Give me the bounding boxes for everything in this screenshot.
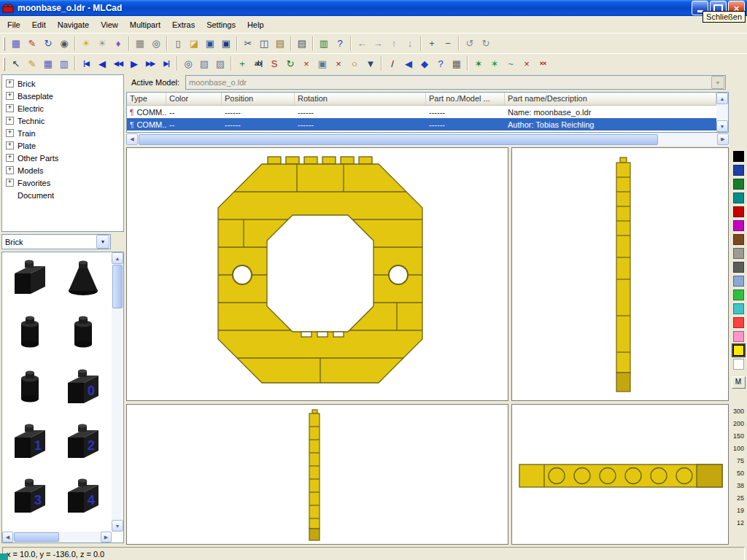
step-play-icon[interactable]: ▶ xyxy=(126,55,142,71)
column-header-color[interactable]: Color xyxy=(166,93,222,105)
zoom-level-50[interactable]: 50 xyxy=(737,470,744,482)
color-swatch-11[interactable] xyxy=(733,303,744,314)
copy-icon[interactable]: ◫ xyxy=(256,36,272,52)
category-dropdown[interactable]: Brick ▼ xyxy=(1,234,111,249)
column-header-part-no-model-[interactable]: Part no./Model ... xyxy=(426,93,505,105)
open-file-icon[interactable]: ◪ xyxy=(186,36,202,52)
draw-color-icon[interactable]: ✎ xyxy=(24,55,40,71)
menu-view[interactable]: View xyxy=(95,18,124,32)
menu-help[interactable]: Help xyxy=(241,18,270,32)
menu-edit[interactable]: Edit xyxy=(26,18,52,32)
step-forward-icon[interactable]: ▶▶ xyxy=(142,55,158,71)
rotate-ccw-icon[interactable]: ↺ xyxy=(462,36,478,52)
color-swatch-3[interactable] xyxy=(733,192,744,203)
delete-all-icon[interactable]: ×× xyxy=(535,55,551,71)
zoom-level-200[interactable]: 200 xyxy=(733,420,744,432)
viewport-top[interactable] xyxy=(511,404,729,545)
tree-expander-icon[interactable]: + xyxy=(6,166,14,174)
scroll-left-icon[interactable]: ◀ xyxy=(2,532,13,542)
step-rewind-icon[interactable]: ◀◀ xyxy=(110,55,126,71)
color-swatch-12[interactable] xyxy=(733,317,744,328)
part-thumbnail-cylinder-2[interactable] xyxy=(7,312,54,359)
insert-comment-icon[interactable]: ab| xyxy=(250,55,266,71)
table-horizontal-scrollbar[interactable]: ◀ ▶ xyxy=(126,133,729,146)
menu-extras[interactable]: Extras xyxy=(166,18,201,32)
table-vertical-scrollbar[interactable]: ▲ ▼ xyxy=(716,93,728,132)
tree-item-electric[interactable]: +Electric xyxy=(2,102,123,114)
move-down-icon[interactable]: ↓ xyxy=(402,36,418,52)
color-swatch-2[interactable] xyxy=(733,179,744,190)
part-thumbnail-brick-2[interactable]: 2 xyxy=(61,421,107,468)
zoom-level-100[interactable]: 100 xyxy=(733,445,744,457)
tree-item-favorites[interactable]: +Favorites xyxy=(2,176,123,189)
color-swatch-4[interactable] xyxy=(733,206,744,217)
column-header-part-name-description[interactable]: Part name/Description xyxy=(505,93,716,105)
tree-item-document[interactable]: Document xyxy=(2,189,123,201)
magnify-icon[interactable]: ◉ xyxy=(56,36,72,52)
color-swatch-0[interactable] xyxy=(733,151,744,162)
part-thumbnail-brick-1[interactable]: 1 xyxy=(7,421,54,468)
generator-spring-icon[interactable]: ✶ xyxy=(471,55,487,71)
active-model-combobox[interactable]: moonbase_o.ldr ▼ xyxy=(185,75,726,90)
delete-element-icon[interactable]: × xyxy=(519,55,535,71)
part-thumbnail-brick-0[interactable]: 0 xyxy=(61,367,107,413)
step-prev-icon[interactable]: ◀ xyxy=(94,55,110,71)
palette-more-button[interactable]: M xyxy=(732,376,746,389)
scroll-up-icon[interactable]: ▲ xyxy=(716,93,728,104)
insert-step-icon[interactable]: S xyxy=(266,55,282,71)
menu-settings[interactable]: Settings xyxy=(201,18,241,32)
scrollbar-track[interactable] xyxy=(659,133,717,146)
tree-item-models[interactable]: +Models xyxy=(2,164,123,176)
tree-item-technic[interactable]: +Technic xyxy=(2,114,123,127)
save-file-icon[interactable]: ▣ xyxy=(202,36,218,52)
zoom-level-75[interactable]: 75 xyxy=(737,457,744,470)
color-swatch-13[interactable] xyxy=(733,331,744,342)
column-header-position[interactable]: Position xyxy=(222,93,295,105)
step-last-icon[interactable]: ▶| xyxy=(158,55,174,71)
menu-file[interactable]: File xyxy=(1,18,26,32)
tree-expander-icon[interactable]: + xyxy=(6,141,14,149)
insert-part-icon[interactable]: + xyxy=(234,55,250,71)
part-thumbnail-cylinder-3[interactable] xyxy=(61,312,107,359)
model-table-row-0[interactable]: ¶COMM...--------------------Name: moonba… xyxy=(127,106,716,118)
zoom-level-150[interactable]: 150 xyxy=(733,432,744,445)
viewport-left[interactable] xyxy=(126,404,508,545)
part-thumbnail-cylinder-4[interactable] xyxy=(7,367,54,413)
insert-save-icon[interactable]: ▼ xyxy=(363,55,379,71)
light-on-icon[interactable]: ☀ xyxy=(78,36,94,52)
tree-expander-icon[interactable]: + xyxy=(6,154,14,162)
menu-navigate[interactable]: Navigate xyxy=(52,18,95,32)
cut-icon[interactable]: ✂ xyxy=(240,36,256,52)
scrollbar-thumb[interactable] xyxy=(112,265,123,308)
part-thumbnail-brick-0[interactable] xyxy=(7,257,54,304)
grid-display-icon[interactable]: ▦ xyxy=(132,36,148,52)
color-swatch-14[interactable] xyxy=(733,345,744,356)
scrollbar-thumb[interactable] xyxy=(139,134,658,145)
ghost-part-icon[interactable]: ▧ xyxy=(196,55,212,71)
chevron-down-icon[interactable]: ▼ xyxy=(96,235,109,249)
draw-line-icon[interactable]: / xyxy=(384,55,400,71)
tree-expander-icon[interactable]: + xyxy=(6,179,14,187)
tree-item-other-parts[interactable]: +Other Parts xyxy=(2,152,123,164)
draw-quad-icon[interactable]: ◆ xyxy=(417,55,433,71)
scroll-left-icon[interactable]: ◀ xyxy=(126,133,138,145)
select-mode-icon[interactable]: ↖ xyxy=(8,55,24,71)
column-header-type[interactable]: Type xyxy=(127,93,166,105)
model-table-row-1[interactable]: ¶COMM...--------------------Author: Tobi… xyxy=(127,118,716,131)
move-up-icon[interactable]: ↑ xyxy=(386,36,402,52)
edit-color-icon[interactable]: ✎ xyxy=(24,36,40,52)
grid-fine-icon[interactable]: ▥ xyxy=(56,55,72,71)
zoom-level-25[interactable]: 25 xyxy=(737,494,744,507)
scroll-up-icon[interactable]: ▲ xyxy=(112,252,123,264)
find-part-icon[interactable]: ◎ xyxy=(180,55,196,71)
toolbar-gripper[interactable] xyxy=(3,57,5,71)
menu-multipart[interactable]: Multipart xyxy=(124,18,166,32)
tree-item-brick[interactable]: +Brick xyxy=(2,77,123,90)
draw-triangle-icon[interactable]: ◀ xyxy=(400,55,417,71)
app-icon[interactable] xyxy=(2,2,14,14)
toolbar-gripper[interactable] xyxy=(3,36,5,50)
color-swatch-9[interactable] xyxy=(733,276,744,287)
zoom-level-300[interactable]: 300 xyxy=(733,408,744,420)
insert-rotstep-icon[interactable]: ↻ xyxy=(282,55,298,71)
tree-expander-icon[interactable]: + xyxy=(6,92,14,100)
